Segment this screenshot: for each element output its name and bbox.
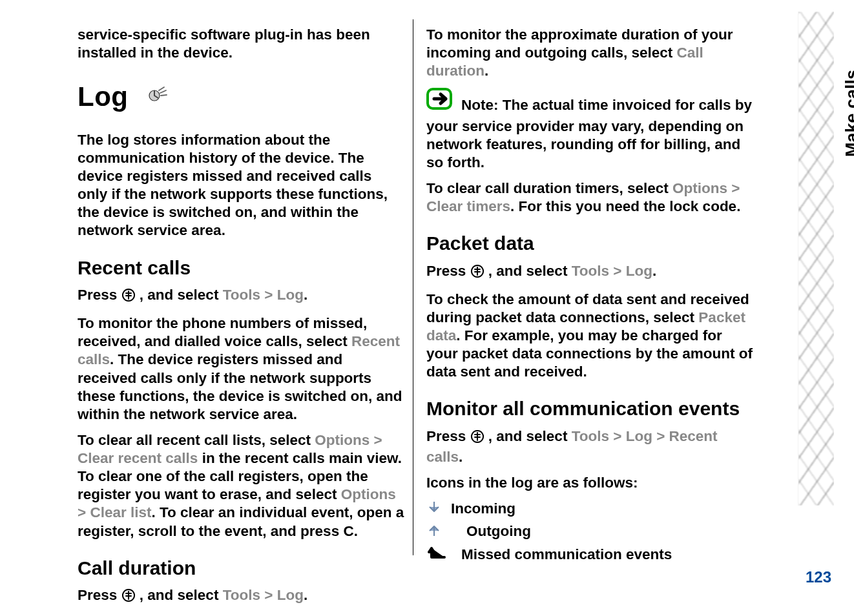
page-number: 123 bbox=[806, 568, 831, 586]
menu-key-icon bbox=[121, 288, 136, 307]
intro-continuation: service-specific software plug-in has be… bbox=[78, 26, 405, 62]
outgoing-arrow-icon bbox=[426, 522, 442, 542]
recent-calls-press: Press , and select Tools > Log. bbox=[78, 286, 405, 307]
text: . The device registers missed and receiv… bbox=[78, 351, 402, 422]
menu-key-icon bbox=[470, 264, 484, 283]
text: . For example, you may be charged for yo… bbox=[426, 327, 753, 380]
incoming-label: Incoming bbox=[451, 500, 516, 518]
missed-label: Missed communication events bbox=[461, 546, 672, 564]
text: To monitor the phone numbers of missed, … bbox=[78, 315, 367, 349]
note-label: Note: bbox=[461, 97, 499, 113]
text: . bbox=[652, 263, 656, 279]
icon-row-outgoing: Outgoing bbox=[426, 522, 755, 542]
text: Press bbox=[78, 287, 121, 303]
packet-data-heading: Packet data bbox=[426, 231, 755, 256]
right-column: To monitor the approximate duration of y… bbox=[426, 19, 762, 555]
text: Press bbox=[426, 263, 470, 279]
text: , and select bbox=[140, 287, 223, 303]
note-icon bbox=[426, 88, 457, 117]
menu-options: Options bbox=[672, 180, 727, 196]
key-c: C bbox=[343, 523, 353, 539]
icon-row-missed: Missed communication events bbox=[426, 546, 755, 567]
incoming-arrow-icon bbox=[426, 500, 442, 520]
menu-key-icon bbox=[121, 588, 136, 607]
menu-clear-recent: Clear recent calls bbox=[78, 450, 198, 466]
recent-calls-p2: To monitor the phone numbers of missed, … bbox=[78, 314, 405, 424]
icons-intro: Icons in the log are as follows: bbox=[426, 474, 755, 492]
call-duration-select: To monitor the approximate duration of y… bbox=[426, 26, 755, 80]
separator: > bbox=[613, 263, 625, 279]
monitor-events-heading: Monitor all communication events bbox=[426, 396, 755, 421]
section-label: Make calls bbox=[840, 63, 854, 163]
menu-tools: Tools bbox=[572, 263, 609, 279]
left-column: service-specific software plug-in has be… bbox=[78, 19, 413, 555]
separator: > bbox=[264, 587, 276, 603]
menu-log: Log bbox=[626, 428, 652, 444]
missed-arrow-icon bbox=[426, 546, 452, 567]
log-heading: Log bbox=[78, 80, 405, 117]
call-duration-heading: Call duration bbox=[78, 556, 405, 580]
text: , and select bbox=[140, 587, 223, 603]
separator: > bbox=[78, 504, 90, 520]
text: To clear all recent call lists, select bbox=[78, 432, 315, 448]
separator: > bbox=[727, 180, 740, 196]
side-tab: Make calls bbox=[798, 12, 833, 599]
separator: > bbox=[370, 432, 382, 448]
menu-clear-list: Clear list bbox=[90, 504, 151, 520]
text: . bbox=[354, 523, 358, 539]
text: . bbox=[304, 587, 307, 603]
icon-row-incoming: Incoming bbox=[426, 500, 755, 520]
menu-key-icon bbox=[470, 429, 484, 448]
text: . For this you need the lock code. bbox=[510, 198, 740, 214]
text: Press bbox=[78, 587, 121, 603]
menu-options: Options bbox=[315, 432, 370, 448]
side-tab-pattern bbox=[798, 12, 834, 506]
log-icon bbox=[143, 83, 170, 117]
menu-log: Log bbox=[626, 263, 652, 279]
menu-tools: Tools bbox=[223, 287, 260, 303]
separator: > bbox=[264, 287, 276, 303]
manual-page: service-specific software plug-in has be… bbox=[0, 0, 854, 616]
text: Press bbox=[426, 428, 470, 444]
menu-tools: Tools bbox=[572, 428, 609, 444]
log-description: The log stores information about the com… bbox=[78, 131, 405, 240]
menu-log: Log bbox=[277, 287, 304, 303]
call-duration-press: Press , and select Tools > Log. bbox=[78, 586, 405, 607]
clear-timers-para: To clear call duration timers, select Op… bbox=[426, 180, 755, 216]
text: . bbox=[484, 63, 488, 79]
outgoing-label: Outgoing bbox=[451, 522, 531, 540]
log-heading-text: Log bbox=[78, 81, 128, 112]
menu-tools: Tools bbox=[223, 587, 260, 603]
menu-log: Log bbox=[277, 587, 304, 603]
text: To clear call duration timers, select bbox=[426, 180, 672, 196]
recent-calls-p3: To clear all recent call lists, select O… bbox=[78, 431, 405, 540]
menu-clear-timers: Clear timers bbox=[426, 198, 510, 214]
packet-data-press: Press , and select Tools > Log. bbox=[426, 262, 755, 283]
packet-data-p1: To check the amount of data sent and rec… bbox=[426, 291, 755, 382]
text: . bbox=[304, 287, 307, 303]
menu-options: Options bbox=[341, 486, 396, 502]
text: , and select bbox=[488, 428, 572, 444]
separator: > bbox=[656, 428, 669, 444]
note-block: Note: The actual time invoiced for calls… bbox=[426, 88, 755, 172]
text: . bbox=[459, 449, 463, 465]
recent-calls-heading: Recent calls bbox=[78, 256, 405, 280]
monitor-events-press: Press , and select Tools > Log > Recent … bbox=[426, 427, 755, 466]
separator: > bbox=[613, 428, 625, 444]
two-column-layout: service-specific software plug-in has be… bbox=[78, 19, 828, 555]
text: , and select bbox=[488, 263, 572, 279]
